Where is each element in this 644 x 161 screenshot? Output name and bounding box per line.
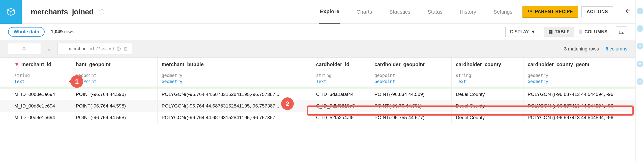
recipe-icon bbox=[527, 9, 532, 15]
actions-button[interactable]: ACTIONS bbox=[581, 6, 613, 17]
filter-chip[interactable]: ⋮ merchant_id (1 value) ⏻ 🗑 bbox=[57, 43, 132, 55]
col-header-cardholder-county[interactable]: cardholder_county bbox=[452, 58, 523, 72]
grid-icon: ▦ bbox=[548, 29, 553, 35]
top-bar: merchants_joined Explore Charts Statisti… bbox=[0, 0, 635, 24]
highlight-box bbox=[307, 105, 634, 116]
funnel-icon: ▼ bbox=[14, 62, 19, 67]
callout-2: 2 bbox=[281, 97, 294, 110]
status-indicator-icon bbox=[99, 9, 104, 15]
tab-explore[interactable]: Explore bbox=[319, 0, 340, 24]
rail-info-icon[interactable] bbox=[637, 25, 643, 32]
filter-power-icon[interactable]: ⏻ bbox=[116, 46, 121, 51]
list-icon: ≣ bbox=[579, 29, 582, 35]
col-header-cardholder-id[interactable]: cardholder_id bbox=[312, 58, 370, 72]
tab-status[interactable]: Status bbox=[427, 0, 444, 23]
columns-label: COLUMNS bbox=[584, 29, 607, 35]
sub-bar: Whole data 1,049 rows DISPLAY ▼ ▦ TABLE … bbox=[0, 24, 635, 40]
svg-rect-2 bbox=[529, 11, 531, 11]
col-header-cardholder-county-geom[interactable]: cardholder_county_geom bbox=[523, 58, 635, 72]
rail-chat-icon[interactable] bbox=[637, 61, 643, 67]
filter-summary: 3 matching rows · 8 columns bbox=[564, 46, 627, 52]
header-row: ▼merchant_id hant_geopoint merchant_bubb… bbox=[0, 58, 635, 72]
col-header-cardholder-geopoint[interactable]: cardholder_geopoint bbox=[370, 58, 452, 72]
parent-recipe-button[interactable]: PARENT RECIPE bbox=[522, 6, 578, 18]
logo-icon[interactable] bbox=[0, 0, 22, 24]
filter-bar: ⌄ ⋮ merchant_id (1 value) ⏻ 🗑 3 matching… bbox=[0, 40, 635, 58]
dataset-name[interactable]: merchants_joined bbox=[31, 8, 94, 16]
display-dropdown[interactable]: DISPLAY ▼ bbox=[505, 27, 540, 37]
semantic-row: Text GeoPoint Geometry Text GeoPoint Tex… bbox=[0, 78, 635, 87]
right-rail bbox=[635, 0, 644, 161]
sample-pill[interactable]: Whole data bbox=[8, 27, 45, 37]
col-header-merchant-bubble[interactable]: merchant_bubble bbox=[157, 58, 312, 72]
table-view-toggle[interactable]: ▦ TABLE bbox=[544, 27, 574, 37]
tab-charts[interactable]: Charts bbox=[356, 0, 373, 23]
filter-drag-icon: ⋮ bbox=[62, 46, 66, 52]
nav-tabs: Explore Charts Statistics Status History… bbox=[319, 0, 514, 23]
chart-quick-icon[interactable] bbox=[616, 26, 627, 37]
type-row: string geopoint geometry string geopoint… bbox=[0, 72, 635, 78]
validity-bar-row bbox=[0, 87, 635, 89]
col-header-merchant-geopoint[interactable]: hant_geopoint bbox=[72, 58, 157, 72]
tab-history[interactable]: History bbox=[459, 0, 477, 23]
filter-chip-column: merchant_id bbox=[69, 46, 94, 51]
tab-statistics[interactable]: Statistics bbox=[388, 0, 412, 23]
column-search-input[interactable] bbox=[8, 43, 41, 55]
display-label: DISPLAY bbox=[510, 29, 529, 35]
table-row[interactable]: M_ID_00d8e1e694 POINT(-96.764 44.598) PO… bbox=[0, 89, 635, 100]
expand-filters-icon[interactable]: ⌄ bbox=[47, 46, 51, 52]
rail-add-icon[interactable] bbox=[637, 8, 643, 14]
view-segmented: ▦ TABLE ≣ COLUMNS bbox=[544, 27, 612, 37]
caret-down-icon: ▼ bbox=[531, 29, 536, 35]
svg-rect-5 bbox=[639, 28, 640, 30]
col-header-merchant-id[interactable]: ▼merchant_id bbox=[10, 58, 72, 72]
tab-settings[interactable]: Settings bbox=[492, 0, 513, 23]
filter-chip-value: (1 value) bbox=[96, 46, 114, 51]
rows-count: 1,049 rows bbox=[51, 29, 74, 35]
callout-1: 1 bbox=[71, 75, 83, 88]
columns-view-toggle[interactable]: ≣ COLUMNS bbox=[574, 27, 612, 37]
parent-recipe-label: PARENT RECIPE bbox=[535, 9, 573, 14]
table-label: TABLE bbox=[555, 29, 570, 35]
back-arrow-icon[interactable] bbox=[620, 7, 635, 16]
svg-point-4 bbox=[639, 27, 640, 28]
filter-remove-icon[interactable]: 🗑 bbox=[124, 46, 128, 51]
rail-list-icon[interactable] bbox=[637, 43, 643, 49]
svg-point-3 bbox=[23, 47, 25, 50]
rail-history-icon[interactable] bbox=[637, 78, 643, 85]
